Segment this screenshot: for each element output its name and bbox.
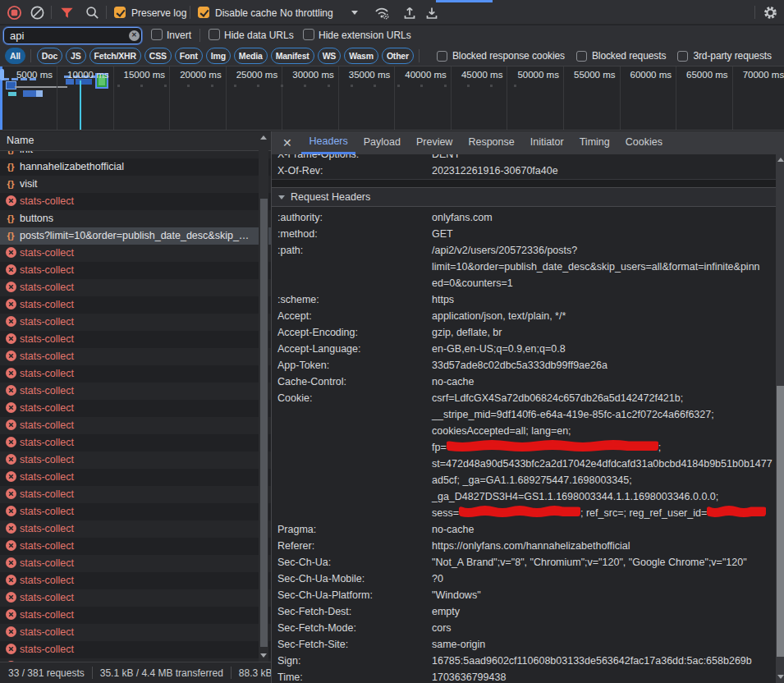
tab-headers[interactable]: Headers bbox=[301, 131, 355, 154]
header-value: no-cache bbox=[432, 521, 474, 538]
request-row[interactable]: stats-collect bbox=[0, 452, 271, 469]
scroll-down-icon[interactable] bbox=[777, 675, 784, 679]
invert-checkbox[interactable] bbox=[151, 29, 163, 40]
clear-button[interactable] bbox=[30, 5, 45, 21]
header-row: Sec-Fetch-Site:same-origin bbox=[272, 636, 776, 653]
blocked-response-cookies-checkbox[interactable] bbox=[437, 51, 447, 62]
header-row: Pragma:no-cache bbox=[272, 521, 776, 538]
type-filter-other[interactable]: Other bbox=[382, 48, 414, 64]
request-row[interactable]: stats-collect bbox=[0, 417, 271, 434]
toolbar-divider bbox=[106, 6, 107, 19]
request-row[interactable]: {}init bbox=[0, 151, 271, 158]
filter-toggle-icon[interactable] bbox=[59, 5, 75, 21]
3rd-party-requests-checkbox[interactable] bbox=[677, 51, 688, 62]
tab-response[interactable]: Response bbox=[461, 131, 522, 154]
record-button[interactable] bbox=[7, 5, 22, 21]
request-row[interactable]: stats-collect bbox=[0, 262, 271, 279]
request-row[interactable]: stats-collect bbox=[0, 279, 271, 296]
request-row[interactable]: stats-collect bbox=[0, 383, 271, 400]
type-filter-fetch-xhr[interactable]: Fetch/XHR bbox=[89, 48, 141, 64]
request-row[interactable]: stats-collect bbox=[0, 434, 271, 452]
hide-extension-urls-label[interactable]: Hide extension URLs bbox=[319, 30, 411, 41]
filter-input[interactable]: api bbox=[3, 27, 142, 44]
preserve-log-label[interactable]: Preserve log bbox=[131, 7, 186, 19]
hide-extension-urls-checkbox[interactable] bbox=[303, 29, 314, 40]
disable-cache-label[interactable]: Disable cache bbox=[215, 7, 277, 19]
request-row[interactable]: stats-collect bbox=[0, 486, 271, 503]
tab-timing[interactable]: Timing bbox=[571, 131, 617, 154]
network-conditions-icon[interactable] bbox=[374, 5, 389, 21]
type-filter-wasm[interactable]: Wasm bbox=[344, 48, 378, 64]
type-filter-img[interactable]: Img bbox=[206, 48, 231, 64]
request-row[interactable]: stats-collect bbox=[0, 520, 271, 538]
type-filter-manifest[interactable]: Manifest bbox=[271, 48, 314, 64]
blocked-response-cookies-label[interactable]: Blocked response cookies bbox=[452, 50, 565, 62]
request-row[interactable]: stats-collect bbox=[0, 400, 271, 417]
request-row[interactable]: {}hannahelizabethofficial bbox=[0, 158, 271, 176]
request-row[interactable]: {}posts?limit=10&order=publish_date_desc… bbox=[0, 227, 271, 245]
scroll-down-icon[interactable] bbox=[260, 653, 267, 658]
request-row[interactable]: stats-collect bbox=[0, 572, 271, 589]
request-row[interactable]: stats-collect bbox=[0, 641, 271, 658]
request-error-icon bbox=[5, 279, 16, 296]
scroll-up-icon[interactable] bbox=[260, 135, 267, 140]
request-list-scrollbar[interactable] bbox=[259, 131, 268, 662]
request-error-icon bbox=[5, 331, 16, 348]
search-icon[interactable] bbox=[85, 5, 100, 21]
throttling-caret-icon[interactable] bbox=[351, 11, 358, 15]
tab-preview[interactable]: Preview bbox=[408, 131, 460, 154]
import-har-icon[interactable] bbox=[402, 5, 418, 21]
blocked-requests-label[interactable]: Blocked requests bbox=[592, 50, 666, 62]
request-row[interactable]: stats-collect bbox=[0, 314, 271, 331]
request-row[interactable]: stats-collect bbox=[0, 624, 271, 641]
timeline-dot bbox=[281, 85, 283, 87]
disable-cache-checkbox[interactable] bbox=[198, 7, 209, 18]
details-scrollbar[interactable] bbox=[776, 154, 784, 683]
close-details-icon[interactable]: ✕ bbox=[282, 131, 294, 154]
hide-data-urls-checkbox[interactable] bbox=[209, 29, 220, 40]
request-row[interactable]: stats-collect bbox=[0, 607, 271, 624]
scrollbar-thumb[interactable] bbox=[777, 386, 784, 657]
request-row[interactable]: stats-collect bbox=[0, 589, 271, 607]
type-filter-all[interactable]: All bbox=[5, 48, 25, 64]
hide-data-urls-label[interactable]: Hide data URLs bbox=[224, 30, 294, 41]
header-name: Cache-Control: bbox=[272, 374, 432, 390]
type-filter-font[interactable]: Font bbox=[175, 48, 203, 64]
type-filter-css[interactable]: CSS bbox=[144, 48, 172, 64]
invert-label[interactable]: Invert bbox=[167, 30, 191, 41]
preserve-log-checkbox[interactable] bbox=[114, 7, 126, 18]
clear-filter-icon[interactable] bbox=[129, 30, 140, 41]
blocked-requests-checkbox[interactable] bbox=[576, 51, 587, 62]
request-row[interactable]: stats-collect bbox=[0, 193, 271, 210]
request-name: stats-collect bbox=[20, 262, 77, 279]
request-row[interactable]: stats-collect bbox=[0, 555, 271, 572]
type-filter-js[interactable]: JS bbox=[66, 48, 85, 64]
type-filter-ws[interactable]: WS bbox=[318, 48, 342, 64]
request-row[interactable]: stats-collect bbox=[0, 348, 271, 365]
request-row[interactable]: stats-collect bbox=[0, 245, 271, 262]
request-row[interactable]: stats-collect bbox=[0, 503, 271, 520]
request-row[interactable]: {}buttons bbox=[0, 210, 271, 227]
tab-payload[interactable]: Payload bbox=[355, 131, 408, 154]
timeline-playhead[interactable] bbox=[80, 80, 81, 131]
request-headers-section[interactable]: Request Headers bbox=[272, 187, 776, 207]
request-row[interactable]: {}visit bbox=[0, 176, 271, 193]
name-column-header[interactable]: Name bbox=[0, 131, 271, 151]
scrollbar-thumb[interactable] bbox=[260, 199, 268, 647]
request-row[interactable]: stats-collect bbox=[0, 296, 271, 314]
settings-gear-icon[interactable] bbox=[763, 5, 778, 21]
3rd-party-requests-label[interactable]: 3rd-party requests bbox=[693, 50, 772, 62]
scroll-up-icon[interactable] bbox=[777, 158, 784, 162]
tab-initiator[interactable]: Initiator bbox=[522, 131, 571, 154]
type-filter-media[interactable]: Media bbox=[234, 48, 268, 64]
type-filter-doc[interactable]: Doc bbox=[37, 48, 62, 64]
request-row[interactable]: stats-collect bbox=[0, 331, 271, 348]
throttling-select[interactable]: No throttling bbox=[280, 7, 333, 19]
export-har-icon[interactable] bbox=[424, 5, 440, 21]
request-row[interactable]: stats-collect bbox=[0, 365, 271, 383]
network-overview-timeline[interactable]: 5000 ms10000 ms15000 ms20000 ms25000 ms3… bbox=[0, 66, 784, 131]
request-row[interactable]: stats-collect bbox=[0, 538, 271, 555]
request-row[interactable]: stats-collect bbox=[0, 469, 271, 486]
tab-cookies[interactable]: Cookies bbox=[617, 131, 670, 154]
disclosure-triangle-icon bbox=[278, 195, 285, 199]
